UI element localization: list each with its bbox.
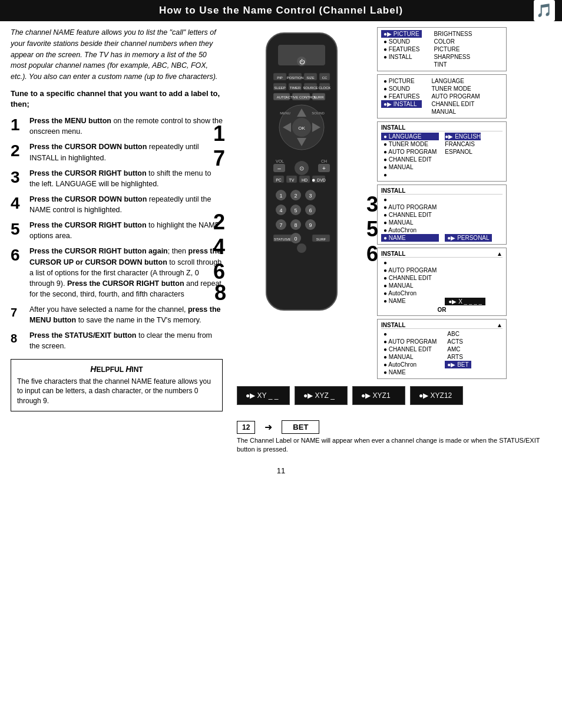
screen-panel-4: ●▶ XYZ12 [410, 386, 463, 405]
svg-text:SOURCE: SOURCE [303, 86, 318, 90]
intro-text: The channel NAME feature allows you to l… [11, 27, 223, 83]
svg-text:PC: PC [276, 178, 282, 182]
step-6: 6 Press the CURSOR RIGHT button again; t… [11, 246, 223, 299]
steps-list: 1 Press the MENU button on the remote co… [11, 116, 223, 351]
svg-text:ACTIVE CONTROL: ACTIVE CONTROL [286, 95, 317, 99]
overlay-num-17: 17 [213, 121, 225, 171]
svg-text:2: 2 [294, 193, 297, 199]
svg-text:SOUND: SOUND [312, 111, 325, 115]
svg-text:POSITION: POSITION [287, 76, 304, 80]
svg-text:TV: TV [289, 178, 295, 182]
svg-text:5: 5 [294, 207, 297, 213]
svg-text:0: 0 [294, 236, 297, 242]
svg-text:SURR: SURR [313, 95, 324, 99]
step-7: 7 After you have selected a name for the… [11, 304, 223, 325]
screen-panels-row: ●▶ XY _ _ ●▶ XYZ _ ●▶ XYZ1 ●▶ XYZ12 [237, 386, 551, 405]
hint-title: HELPFUL HINT [17, 364, 216, 374]
svg-text:TIMER: TIMER [290, 86, 301, 90]
step-1-num: 1 [11, 117, 29, 133]
menu-panel-2: ● PICTURE ● SOUND ● FEATURES ●▶ INSTALL … [377, 74, 507, 118]
step-2-num: 2 [11, 143, 29, 159]
screen-panel-3: ●▶ XYZ1 [352, 386, 405, 405]
step-8-text: Press the STATUS/EXIT button to clear th… [29, 330, 223, 351]
step-5: 5 Press the CURSOR RIGHT button to highl… [11, 220, 223, 241]
step-1: 1 Press the MENU button on the remote co… [11, 116, 223, 137]
right-column: 17 246 356 8 ⏻ [231, 27, 551, 454]
menu-panels-col: ●▶ PICTURE ● SOUND ● FEATURES ● INSTALL … [377, 27, 507, 379]
step-7-text: After you have selected a name for the c… [29, 304, 223, 325]
step-4: 4 Press the CURSOR DOWN button repeatedl… [11, 194, 223, 215]
overlay-num-8: 8 [214, 281, 226, 305]
step-6-text: Press the CURSOR RIGHT button again; the… [29, 246, 223, 299]
step-2: 2 Press the CURSOR DOWN button repeatedl… [11, 141, 223, 163]
menu-panel-4: INSTALL ● ● AUTO PROGRAM ● CHANNEL EDIT … [377, 185, 507, 245]
step-3: 3 Press the CURSOR RIGHT button to shift… [11, 168, 223, 189]
step-4-text: Press the CURSOR DOWN button repeatedly … [29, 194, 223, 215]
svg-text:SURF: SURF [316, 238, 326, 241]
hint-text: The five characters that the channel NAM… [17, 377, 216, 406]
svg-text:+: + [322, 165, 326, 172]
step-3-text: Press the CURSOR RIGHT button to shift t… [29, 168, 223, 189]
menu-panel-1: ●▶ PICTURE ● SOUND ● FEATURES ● INSTALL … [377, 27, 507, 71]
channel-caption: The Channel Label or NAME will appear wh… [237, 436, 551, 454]
svg-text:CC: CC [322, 76, 328, 80]
channel-label-row: 12 ➜ BET [237, 420, 551, 434]
svg-text:8: 8 [294, 222, 297, 228]
svg-text:VOL: VOL [276, 159, 284, 163]
header-title: How to Use the Name Control (Channel Lab… [159, 5, 403, 17]
left-column: The channel NAME feature allows you to l… [11, 27, 223, 454]
screen-panel-2: ●▶ XYZ _ [295, 386, 348, 405]
svg-text:–: – [277, 165, 281, 172]
top-section: 17 246 356 8 ⏻ [231, 27, 551, 379]
svg-text:1: 1 [279, 193, 282, 199]
svg-text:⏺ DVD: ⏺ DVD [312, 178, 326, 182]
svg-text:HD: HD [302, 178, 308, 182]
hint-box: HELPFUL HINT The five characters that th… [11, 359, 223, 411]
svg-text:SIZE: SIZE [306, 76, 314, 80]
svg-text:SLEEP: SLEEP [274, 86, 285, 90]
header-icon: 🎵 [534, 0, 555, 21]
overlay-num-246: 246 [213, 210, 225, 284]
svg-text:6: 6 [309, 207, 312, 213]
remote-svg: ⏻ PIP POSITION SIZE CC [243, 27, 361, 316]
svg-text:⊙: ⊙ [299, 165, 304, 172]
step-8-num: 8 [11, 332, 29, 344]
svg-text:PIP: PIP [277, 76, 283, 80]
screen-panel-1: ●▶ XY _ _ [237, 386, 290, 405]
menu-panel-3: INSTALL ● LANGUAGE ● TUNER MODE ● AUTO P… [377, 121, 507, 182]
svg-text:OK: OK [298, 126, 305, 131]
step-2-text: Press the CURSOR DOWN button repeatedly … [29, 141, 223, 163]
svg-text:MENU: MENU [280, 111, 290, 115]
step-5-num: 5 [11, 221, 29, 238]
svg-point-75 [297, 243, 306, 253]
overlay-num-356: 356 [366, 192, 378, 266]
svg-text:⏻: ⏻ [299, 59, 305, 65]
svg-text:CLOCK: CLOCK [319, 86, 331, 90]
svg-text:4: 4 [279, 207, 282, 213]
menu-panel-5: INSTALL ▲ ● ● AUTO PROGRAM ● CHANNEL EDI… [377, 248, 507, 316]
channel-label-name: BET [282, 420, 319, 434]
svg-text:9: 9 [309, 222, 312, 228]
channel-arrow: ➜ [265, 421, 272, 433]
step-8: 8 Press the STATUS/EXIT button to clear … [11, 330, 223, 351]
svg-text:CH: CH [321, 159, 327, 163]
step-1-text: Press the MENU button on the remote cont… [29, 116, 223, 137]
step-4-num: 4 [11, 195, 29, 212]
step-5-text: Press the CURSOR RIGHT button to highlig… [29, 220, 223, 241]
menu-panel-6: INSTALL ▲ ● ● AUTO PROGRAM ● CHANNEL EDI… [377, 319, 507, 379]
channel-number-box: 12 [237, 421, 255, 434]
step-3-num: 3 [11, 169, 29, 186]
page-header: How to Use the Name Control (Channel Lab… [0, 0, 562, 21]
svg-text:3: 3 [309, 193, 312, 199]
page-number: 11 [0, 466, 562, 475]
svg-text:7: 7 [279, 222, 282, 228]
channel-label-section: 12 ➜ BET The Channel Label or NAME will … [237, 416, 551, 454]
step-6-num: 6 [11, 247, 29, 263]
step-7-num: 7 [11, 307, 29, 318]
tune-instruction: Tune to a specific channel that you want… [11, 88, 223, 110]
remote-wrap: 17 246 356 8 ⏻ [231, 27, 372, 379]
